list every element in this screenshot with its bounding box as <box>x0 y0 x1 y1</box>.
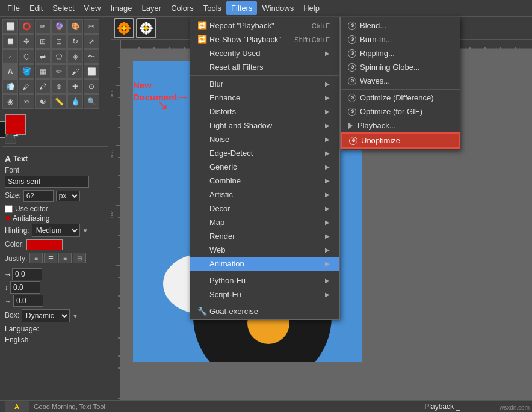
justify-fill[interactable]: ⊟ <box>73 253 86 263</box>
menu-light-shadow[interactable]: Light and Shadow ▶ <box>190 118 339 132</box>
menu-reset-filters[interactable]: Reset all Filters <box>190 60 339 74</box>
unit-select[interactable]: px pt <box>56 191 80 201</box>
menu-file[interactable]: File <box>2 1 25 15</box>
tool-blend[interactable]: ▦ <box>35 64 51 79</box>
menu-image[interactable]: Image <box>105 1 137 15</box>
menu-script-fu[interactable]: Script-Fu ▶ <box>190 287 339 301</box>
menu-generic[interactable]: Generic ▶ <box>190 160 339 174</box>
tool-shear[interactable]: ⟋ <box>2 49 18 64</box>
menu-map[interactable]: Map ▶ <box>190 215 339 229</box>
text-panel-title: Text <box>13 155 28 163</box>
swap-colors-icon[interactable]: ⇄ <box>13 133 18 140</box>
menu-edge-detect[interactable]: Edge-Detect ▶ <box>190 146 339 160</box>
tool-clone[interactable]: ⊕ <box>51 79 67 94</box>
box-select[interactable]: Dynamic Fixed <box>22 309 70 322</box>
menu-view[interactable]: View <box>79 1 106 15</box>
menu-noise[interactable]: Noise ▶ <box>190 132 339 146</box>
tool-eraser[interactable]: ⬜ <box>84 64 99 79</box>
tool-airbrush[interactable]: 💨 <box>2 79 18 94</box>
svg-text:200: 200 <box>111 150 114 158</box>
menu-repeat-playback[interactable]: 🔁 Repeat "Playback" Ctrl+F <box>190 19 339 32</box>
submenu-blend[interactable]: ⚙ Blend... <box>341 19 460 32</box>
tool-scale[interactable]: ⤢ <box>84 34 99 49</box>
indent-input-2[interactable] <box>10 281 40 294</box>
menu-colors[interactable]: Colors <box>166 1 199 15</box>
menu-render[interactable]: Render ▶ <box>190 229 339 243</box>
tool-align[interactable]: ⊞ <box>35 34 51 49</box>
tool-color-picker[interactable]: 💧 <box>67 94 83 109</box>
submenu-unoptimize[interactable]: ⚙ Unoptimize <box>341 132 460 149</box>
tool-blur-sharpen[interactable]: ◉ <box>2 94 18 109</box>
menu-combine[interactable]: Combine ▶ <box>190 174 339 188</box>
indent-input-1[interactable] <box>12 268 42 280</box>
tool-scissors[interactable]: ✂ <box>84 19 99 34</box>
toolbar-flower-2[interactable] <box>136 18 156 38</box>
tool-3d-transform[interactable]: ◈ <box>67 49 83 64</box>
menu-artistic[interactable]: Artistic ▶ <box>190 188 339 201</box>
tool-rotate[interactable]: ↻ <box>67 34 83 49</box>
submenu-spinning-globe[interactable]: ⚙ Spinning Globe... <box>341 60 460 74</box>
tool-mypaint[interactable]: 🖍 <box>35 79 51 94</box>
menu-enhance[interactable]: Enhance ▶ <box>190 91 339 105</box>
menu-blur[interactable]: Blur ▶ <box>190 77 339 91</box>
menu-python-fu[interactable]: Python-Fu ▶ <box>190 274 339 287</box>
menu-animation[interactable]: Animation ▶ <box>190 257 339 271</box>
menu-help[interactable]: Help <box>298 1 324 15</box>
submenu-optimize-gif[interactable]: ⚙ Optimize (for GIF) <box>341 105 460 118</box>
tool-flip[interactable]: ⇌ <box>35 49 51 64</box>
tool-bucket-fill[interactable]: 🪣 <box>19 64 34 79</box>
tool-fuzzy-select[interactable]: 🔮 <box>51 19 67 34</box>
menu-tools[interactable]: Tools <box>199 1 226 15</box>
use-editor-checkbox[interactable] <box>5 205 13 213</box>
tool-zoom[interactable]: 🔍 <box>84 94 99 109</box>
tool-paintbrush[interactable]: 🖌 <box>67 64 83 79</box>
menu-web[interactable]: Web ▶ <box>190 243 339 257</box>
submenu-burn-in[interactable]: ⚙ Burn-In... <box>341 32 460 46</box>
tool-smudge[interactable]: ≋ <box>19 94 34 109</box>
submenu-waves[interactable]: ⚙ Waves... <box>341 74 460 88</box>
tool-measure[interactable]: 📏 <box>51 94 67 109</box>
tool-ink[interactable]: 🖊 <box>19 79 34 94</box>
tool-rect-select[interactable]: ⬜ <box>2 19 18 34</box>
statusbar: A Good Morning, Text Tool Playback _ wsx… <box>0 400 532 412</box>
submenu-playback[interactable]: Playback... <box>341 118 460 132</box>
toolbar-flower-1[interactable] <box>114 18 134 38</box>
menu-layer[interactable]: Layer <box>137 1 167 15</box>
menu-decor[interactable]: Decor ▶ <box>190 201 339 215</box>
animation-label: Animation <box>209 259 325 268</box>
menu-filters[interactable]: Filters <box>226 1 257 15</box>
tool-select-by-color[interactable]: 🎨 <box>67 19 83 34</box>
tool-perspective-clone[interactable]: ⊙ <box>84 79 99 94</box>
light-shadow-arrow-icon: ▶ <box>325 122 330 129</box>
submenu-optimize-diff[interactable]: ⚙ Optimize (Difference) <box>341 91 460 105</box>
foreground-color[interactable] <box>5 114 26 135</box>
tool-move[interactable]: ✥ <box>19 34 34 49</box>
menu-recently-used[interactable]: Recently Used ▶ <box>190 46 339 60</box>
submenu-rippling[interactable]: ⚙ Rippling... <box>341 46 460 60</box>
menu-goat-exercise[interactable]: 🔧 Goat-exercise <box>190 304 339 318</box>
hinting-select[interactable]: Medium None Slight Full <box>32 224 80 237</box>
tool-free-select[interactable]: ✏ <box>35 19 51 34</box>
tool-crop[interactable]: ⊡ <box>51 34 67 49</box>
tool-heal[interactable]: ✚ <box>67 79 83 94</box>
justify-left[interactable]: ≡ <box>29 253 43 263</box>
tool-warp-transform[interactable]: 〜 <box>84 49 99 64</box>
justify-right[interactable]: ≡ <box>58 253 72 263</box>
menu-edit[interactable]: Edit <box>25 1 48 15</box>
tool-perspective[interactable]: ⬡ <box>19 49 34 64</box>
indent-input-3[interactable] <box>13 295 43 307</box>
tool-dodge-burn[interactable]: ☯ <box>35 94 51 109</box>
menu-windows[interactable]: Windows <box>257 1 298 15</box>
justify-center[interactable]: ☰ <box>44 253 57 263</box>
tool-text[interactable]: A <box>2 64 18 79</box>
size-input[interactable] <box>23 190 54 202</box>
font-input[interactable] <box>5 176 89 188</box>
tool-ellipse-select[interactable]: ⭕ <box>19 19 34 34</box>
menu-select[interactable]: Select <box>48 1 79 15</box>
tool-cage-transform[interactable]: ⬠ <box>51 49 67 64</box>
menu-distorts[interactable]: Distorts ▶ <box>190 105 339 118</box>
tool-pencil[interactable]: ✏ <box>51 64 67 79</box>
tool-fg-select[interactable]: 🔲 <box>2 34 18 49</box>
menu-reshow-playback[interactable]: 🔁 Re-Show "Playback" Shift+Ctrl+F <box>190 32 339 46</box>
text-color-swatch[interactable] <box>26 239 63 250</box>
